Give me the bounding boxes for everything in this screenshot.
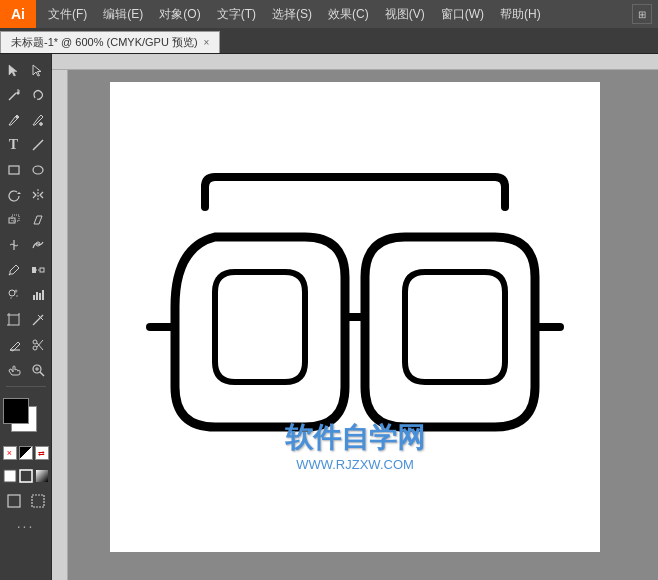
rotate-tool[interactable] [2,183,26,207]
menu-view[interactable]: 视图(V) [377,0,433,28]
tool-row-type: T [2,133,50,157]
ruler-top [52,54,658,70]
canvas-area: 软件自学网 WWW.RJZXW.COM [52,54,658,580]
eraser-tool[interactable] [2,333,26,357]
scale-tool[interactable] [2,208,26,232]
tool-row-transform [2,183,50,207]
artboard-tool[interactable] [2,308,26,332]
grid-button[interactable]: ⊞ [632,4,652,24]
app-logo: Ai [0,0,36,28]
svg-rect-30 [9,315,19,325]
gradient-button[interactable] [34,464,50,488]
svg-rect-48 [36,470,48,482]
svg-marker-3 [16,91,20,95]
titlebar: Ai 文件(F) 编辑(E) 对象(O) 文字(T) 选择(S) 效果(C) 视… [0,0,658,28]
svg-point-39 [33,346,37,350]
tool-row-shapes [2,158,50,182]
svg-point-23 [14,290,17,293]
menu-object[interactable]: 对象(O) [151,0,208,28]
rectangle-tool[interactable] [2,158,26,182]
svg-line-43 [40,372,44,376]
menu-file[interactable]: 文件(F) [40,0,95,28]
svg-line-18 [9,274,10,275]
menu-edit[interactable]: 编辑(E) [95,0,151,28]
menu-window[interactable]: 窗口(W) [433,0,492,28]
lasso-tool[interactable] [26,83,50,107]
tool-row-width [2,233,50,257]
draw-behind-button[interactable] [26,489,50,513]
pen-tool[interactable] [2,108,26,132]
svg-marker-0 [9,65,17,76]
ellipse-tool[interactable] [26,158,50,182]
tool-row-eraser [2,333,50,357]
color-swatches[interactable] [3,398,49,442]
reflect-tool[interactable] [26,183,50,207]
default-colors-icon[interactable] [19,446,33,460]
svg-rect-10 [9,166,19,174]
none-color-icon[interactable]: × [3,446,17,460]
magic-wand-tool[interactable] [2,83,26,107]
fill-color-button[interactable] [2,464,18,488]
toolbar-separator [6,386,46,387]
foreground-color-swatch[interactable] [3,398,29,424]
svg-rect-19 [32,267,36,273]
line-tool[interactable] [26,133,50,157]
tool-row-symbol [2,283,50,307]
ruler-left [52,70,68,580]
svg-point-38 [33,340,37,344]
color-mode-icons: × ⇄ [3,446,49,460]
shear-tool[interactable] [26,208,50,232]
hand-tool[interactable] [2,358,26,382]
svg-line-9 [33,140,43,150]
glasses-artwork [145,127,565,507]
window-controls: ⊞ [630,4,658,24]
scissors-tool[interactable] [26,333,50,357]
slice-tool[interactable] [26,308,50,332]
svg-line-35 [33,315,43,325]
svg-rect-27 [36,292,38,300]
eyedropper-tool[interactable] [2,258,26,282]
main-area: T [0,54,658,580]
menu-effect[interactable]: 效果(C) [320,0,377,28]
svg-rect-50 [32,495,44,507]
tab-close-button[interactable]: × [204,37,210,48]
menu-select[interactable]: 选择(S) [264,0,320,28]
svg-rect-20 [40,268,44,272]
width-tool[interactable] [2,233,26,257]
tab-label: 未标题-1* @ 600% (CMYK/GPU 预览) [11,35,198,50]
tool-row-drawmodes [2,489,50,513]
symbol-sprayer-tool[interactable] [2,283,26,307]
stroke-color-button[interactable] [18,464,34,488]
toolbar: T [0,54,52,580]
tool-row-select2 [2,83,50,107]
warp-tool[interactable] [26,233,50,257]
more-tools[interactable]: ··· [17,518,35,534]
swap-colors-icon[interactable]: ⇄ [35,446,49,460]
draw-normal-button[interactable] [2,489,26,513]
svg-rect-28 [39,293,41,300]
svg-point-6 [15,116,18,119]
tool-row-selection [2,58,50,82]
column-graph-tool[interactable] [26,283,50,307]
svg-point-24 [16,295,18,297]
direct-selection-tool[interactable] [26,58,50,82]
add-anchor-tool[interactable] [26,108,50,132]
svg-point-11 [33,166,43,174]
zoom-tool[interactable] [26,358,50,382]
blend-tool[interactable] [26,258,50,282]
svg-point-25 [10,297,12,299]
tabbar: 未标题-1* @ 600% (CMYK/GPU 预览) × [0,28,658,54]
canvas[interactable]: 软件自学网 WWW.RJZXW.COM [110,82,600,552]
type-tool[interactable]: T [2,133,26,157]
document-tab[interactable]: 未标题-1* @ 600% (CMYK/GPU 预览) × [0,31,220,53]
svg-marker-12 [17,192,21,194]
svg-point-22 [9,290,15,296]
svg-rect-46 [4,470,16,482]
selection-tool[interactable] [2,58,26,82]
tool-row-scale [2,208,50,232]
svg-line-2 [9,93,16,100]
svg-marker-1 [33,65,41,76]
svg-rect-29 [42,290,44,300]
menu-help[interactable]: 帮助(H) [492,0,549,28]
menu-type[interactable]: 文字(T) [209,0,264,28]
